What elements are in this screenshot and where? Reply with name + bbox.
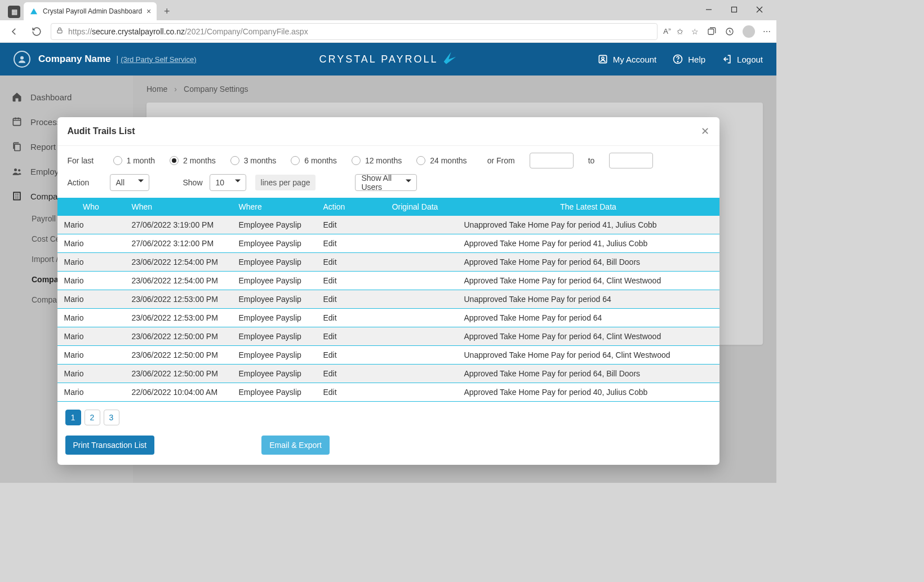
new-tab-button[interactable]: + — [159, 3, 175, 19]
back-button[interactable] — [6, 23, 23, 40]
tab-close-icon[interactable]: × — [146, 7, 151, 16]
svg-rect-1 — [731, 7, 736, 12]
logout-link[interactable]: Logout — [721, 54, 763, 65]
lines-select[interactable]: 10 — [210, 174, 246, 191]
tab-favicon-icon — [29, 7, 38, 16]
svg-point-7 — [20, 56, 24, 60]
table-cell: Edit — [317, 216, 373, 234]
period-radio[interactable]: 3 months — [230, 156, 277, 165]
lock-icon — [56, 26, 64, 36]
column-header[interactable]: When — [125, 198, 232, 216]
table-cell: Mario — [57, 309, 125, 327]
my-account-link[interactable]: My Account — [597, 54, 657, 65]
radio-icon — [291, 156, 300, 165]
table-cell — [373, 272, 457, 290]
table-cell: Mario — [57, 253, 125, 272]
table-cell: Employee Payslip — [232, 234, 317, 253]
refresh-button[interactable] — [28, 23, 45, 40]
table-cell — [373, 327, 457, 346]
radio-icon — [416, 156, 425, 165]
favorite-icon[interactable]: ☆ — [691, 27, 699, 36]
table-row[interactable]: Mario23/06/2022 12:50:00 PMEmployee Pays… — [57, 365, 719, 383]
table-cell: Edit — [317, 346, 373, 365]
page-button[interactable]: 3 — [104, 410, 119, 425]
table-cell: Mario — [57, 272, 125, 290]
table-row[interactable]: Mario23/06/2022 12:54:00 PMEmployee Pays… — [57, 272, 719, 290]
audit-table: WhoWhenWhereActionOriginal DataThe Lates… — [57, 198, 719, 402]
table-cell: Mario — [57, 327, 125, 346]
history-icon[interactable] — [725, 26, 735, 37]
action-label: Action — [68, 178, 99, 187]
period-radio[interactable]: 24 months — [416, 156, 467, 165]
table-row[interactable]: Mario23/06/2022 12:53:00 PMEmployee Pays… — [57, 309, 719, 327]
table-cell: Approved Take Home Pay for period 64 — [457, 309, 719, 327]
page-button[interactable]: 1 — [65, 410, 81, 425]
table-row[interactable]: Mario23/06/2022 12:54:00 PMEmployee Pays… — [57, 253, 719, 272]
table-cell: Edit — [317, 383, 373, 402]
table-row[interactable]: Mario23/06/2022 12:50:00 PMEmployee Pays… — [57, 327, 719, 346]
table-cell: Approved Take Home Pay for period 64, Bi… — [457, 253, 719, 272]
period-radio[interactable]: 6 months — [291, 156, 337, 165]
browser-tab[interactable]: Crystal Payroll Admin Dashboard × — [24, 2, 157, 20]
table-cell: Edit — [317, 365, 373, 383]
table-cell: Employee Payslip — [232, 327, 317, 346]
collections-icon[interactable] — [707, 26, 717, 37]
period-radio[interactable]: 2 months — [170, 156, 216, 165]
action-select[interactable]: All — [110, 174, 149, 191]
window-close-icon[interactable] — [747, 1, 772, 18]
table-cell: Edit — [317, 253, 373, 272]
table-row[interactable]: Mario27/06/2022 3:12:00 PMEmployee Paysl… — [57, 234, 719, 253]
url-text: https://secure.crystalpayroll.co.nz/2021… — [68, 27, 308, 36]
modal-title: Audit Trails List — [68, 126, 135, 136]
table-cell: Unapproved Take Home Pay for period 64, … — [457, 346, 719, 365]
read-aloud-icon[interactable]: ✩ — [677, 27, 683, 36]
profile-avatar[interactable] — [743, 25, 755, 38]
print-button[interactable]: Print Transaction List — [65, 436, 155, 455]
from-date-input[interactable] — [530, 153, 574, 168]
column-header[interactable]: Action — [317, 198, 373, 216]
more-menu-icon[interactable]: ⋯ — [763, 27, 771, 36]
tab-overview-icon[interactable]: ▦ — [8, 6, 20, 18]
or-from-label: or From — [487, 156, 515, 165]
column-header[interactable]: Who — [57, 198, 125, 216]
table-row[interactable]: Mario23/06/2022 12:50:00 PMEmployee Pays… — [57, 346, 719, 365]
table-cell: 27/06/2022 3:12:00 PM — [125, 234, 232, 253]
company-avatar-icon[interactable] — [14, 51, 30, 68]
self-service-link[interactable]: (3rd Party Self Service) — [121, 55, 196, 64]
window-maximize-icon[interactable] — [721, 1, 747, 18]
table-cell: Approved Take Home Pay for period 64, Bi… — [457, 365, 719, 383]
users-select[interactable]: Show All Users — [355, 174, 417, 191]
email-export-button[interactable]: Email & Export — [261, 436, 330, 455]
table-cell: Mario — [57, 234, 125, 253]
help-link[interactable]: Help — [672, 54, 705, 65]
to-date-input[interactable] — [609, 153, 653, 168]
modal-overlay: Audit Trails List ✕ For last 1 month2 mo… — [0, 75, 776, 483]
address-bar[interactable]: https://secure.crystalpayroll.co.nz/2021… — [51, 23, 658, 40]
column-header[interactable]: Where — [232, 198, 317, 216]
column-header[interactable]: Original Data — [373, 198, 457, 216]
table-row[interactable]: Mario22/06/2022 10:04:00 AMEmployee Pays… — [57, 383, 719, 402]
table-cell: Employee Payslip — [232, 365, 317, 383]
help-icon — [672, 54, 683, 65]
table-cell: Employee Payslip — [232, 309, 317, 327]
column-header[interactable]: The Latest Data — [457, 198, 719, 216]
table-row[interactable]: Mario23/06/2022 12:53:00 PMEmployee Pays… — [57, 290, 719, 309]
table-cell: 22/06/2022 10:04:00 AM — [125, 383, 232, 402]
lines-per-page-label: lines per page — [255, 175, 316, 190]
page-button[interactable]: 2 — [85, 410, 100, 425]
table-cell: 23/06/2022 12:53:00 PM — [125, 309, 232, 327]
period-radio[interactable]: 12 months — [352, 156, 402, 165]
table-cell — [373, 290, 457, 309]
svg-rect-5 — [708, 29, 714, 34]
tab-title: Crystal Payroll Admin Dashboard — [43, 7, 142, 15]
table-row[interactable]: Mario27/06/2022 3:19:00 PMEmployee Paysl… — [57, 216, 719, 234]
table-cell — [373, 309, 457, 327]
window-minimize-icon[interactable] — [696, 1, 721, 18]
period-radio[interactable]: 1 month — [113, 156, 156, 165]
table-cell — [373, 365, 457, 383]
text-size-icon[interactable]: A» — [663, 26, 671, 35]
brand-logo: CRYSTAL PAYROLL — [319, 51, 457, 68]
close-icon[interactable]: ✕ — [701, 125, 709, 137]
table-cell: Employee Payslip — [232, 346, 317, 365]
radio-icon — [113, 156, 122, 165]
